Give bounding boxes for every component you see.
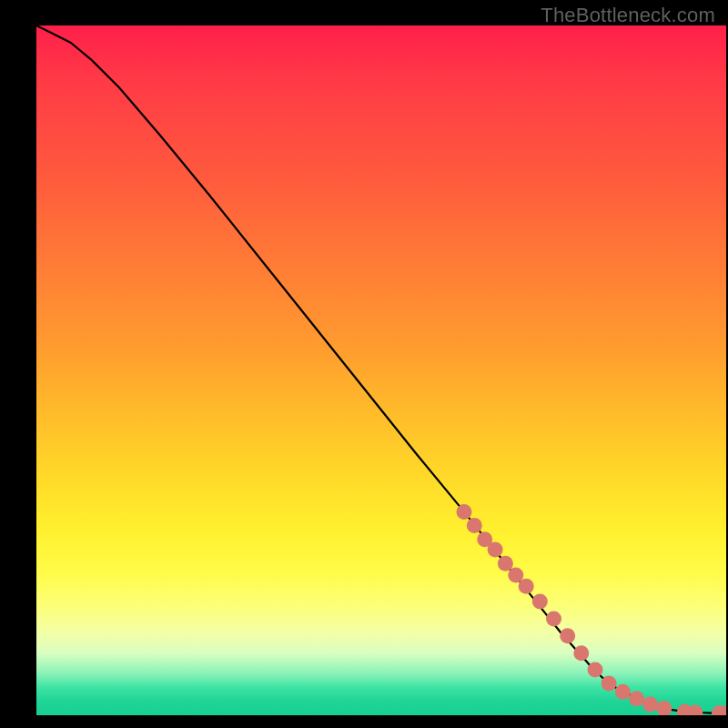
curve-line bbox=[36, 25, 726, 713]
data-marker bbox=[615, 684, 631, 700]
data-marker bbox=[560, 628, 575, 643]
data-marker bbox=[588, 662, 603, 678]
data-marker bbox=[642, 696, 658, 712]
data-marker bbox=[457, 504, 472, 520]
chart-frame: TheBottleneck.com bbox=[0, 0, 728, 728]
data-marker bbox=[602, 676, 617, 692]
chart-overlay bbox=[36, 25, 726, 715]
data-marker bbox=[656, 701, 672, 715]
data-marker bbox=[573, 645, 589, 661]
data-marker bbox=[467, 518, 482, 533]
data-marker bbox=[532, 593, 548, 609]
plot-area bbox=[36, 25, 726, 715]
data-marker bbox=[488, 542, 503, 558]
attribution-label: TheBottleneck.com bbox=[541, 4, 715, 27]
data-marker bbox=[629, 691, 644, 706]
data-marker bbox=[498, 556, 513, 571]
data-marker bbox=[546, 611, 561, 626]
marker-group bbox=[457, 504, 727, 715]
data-marker bbox=[519, 579, 534, 594]
